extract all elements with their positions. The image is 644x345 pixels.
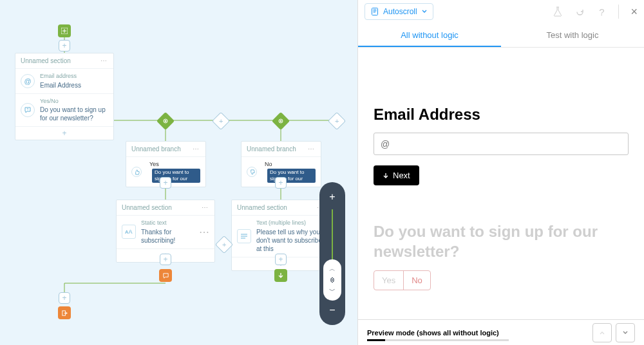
thumbs-down-icon xyxy=(247,167,257,177)
arrow-down-icon xyxy=(383,172,389,179)
preview-mode-label: Preview mode (shows all without logic) xyxy=(367,329,499,337)
add-connector[interactable]: + xyxy=(59,40,70,51)
submit-action[interactable] xyxy=(274,269,287,282)
at-icon: @ xyxy=(21,74,35,88)
add-branch-diamond-2[interactable]: + xyxy=(328,112,346,130)
zoom-handle[interactable]: ︿ ﹀ xyxy=(323,259,341,301)
add-connector[interactable]: + xyxy=(275,254,287,265)
chevron-down-icon: ﹀ xyxy=(329,286,336,295)
start-node[interactable] xyxy=(58,24,71,37)
chevron-up-icon: ︿ xyxy=(329,265,336,274)
add-question[interactable]: + xyxy=(15,126,113,140)
progress-bar xyxy=(367,339,509,341)
option-yes[interactable]: Yes xyxy=(374,271,403,290)
zoom-control[interactable]: + ︿ ﹀ − xyxy=(319,182,345,325)
more-icon[interactable]: ⋯ xyxy=(100,57,108,64)
svg-point-15 xyxy=(165,120,167,122)
branch-diamond-no[interactable] xyxy=(272,112,290,130)
fit-icon xyxy=(328,276,336,284)
preview-panel: Autoscroll ? × All without logic Test wi… xyxy=(357,0,644,345)
refresh-icon[interactable] xyxy=(574,6,585,17)
more-icon[interactable]: ⋯ xyxy=(202,204,209,211)
add-merge-diamond[interactable]: + xyxy=(215,236,233,254)
svg-text:?: ? xyxy=(27,107,29,111)
end-action-orange[interactable] xyxy=(159,269,172,282)
tab-all-without-logic[interactable]: All without logic xyxy=(358,23,501,47)
preview-content: Email Address Next Do you want to sign u… xyxy=(358,48,644,319)
add-connector[interactable]: + xyxy=(275,177,287,189)
question-2-title: Do you want to sign up for our newslette… xyxy=(374,221,629,261)
thumbs-up-icon xyxy=(131,167,142,177)
prev-button[interactable] xyxy=(592,323,612,342)
flask-icon[interactable] xyxy=(553,6,563,17)
help-icon[interactable]: ? xyxy=(596,6,607,17)
zoom-track[interactable]: ︿ ﹀ xyxy=(332,209,333,298)
close-icon[interactable]: × xyxy=(630,5,638,19)
next-nav-button[interactable] xyxy=(616,323,635,342)
paragraph-icon xyxy=(237,229,251,243)
branch-diamond-yes[interactable] xyxy=(156,112,175,130)
question-email[interactable]: @ Email address Email Address xyxy=(15,68,113,93)
autoscroll-dropdown[interactable]: Autoscroll xyxy=(365,3,433,20)
email-field[interactable] xyxy=(374,133,629,155)
yes-no-group: Yes No xyxy=(374,270,431,290)
svg-point-17 xyxy=(280,120,282,122)
zoom-out[interactable]: − xyxy=(329,304,335,316)
add-branch-diamond[interactable]: + xyxy=(212,112,230,130)
chevron-down-icon xyxy=(421,8,428,15)
question-yesno[interactable]: ? Yes/No Do you want to sign up for our … xyxy=(15,93,113,127)
next-button[interactable]: Next xyxy=(374,165,419,185)
more-icon[interactable]: ⋯ xyxy=(193,145,200,153)
flow-canvas[interactable]: + Unnamed section ⋯ @ Email address Emai… xyxy=(0,0,357,345)
option-no[interactable]: No xyxy=(403,271,430,290)
text-icon: ᴀA xyxy=(122,225,136,239)
end-exit[interactable] xyxy=(58,306,71,319)
more-icon[interactable]: ⋯ xyxy=(199,226,209,238)
svg-rect-22 xyxy=(372,8,378,15)
add-connector[interactable]: + xyxy=(59,292,70,304)
tab-test-with-logic[interactable]: Test with logic xyxy=(501,23,644,47)
zoom-in[interactable]: + xyxy=(329,191,335,203)
section-1[interactable]: Unnamed section ⋯ @ Email address Email … xyxy=(15,53,114,140)
section-title: Unnamed section xyxy=(21,57,71,64)
add-connector[interactable]: + xyxy=(160,254,171,265)
more-icon[interactable]: ⋯ xyxy=(308,145,316,153)
question-title: Email Address xyxy=(374,106,629,124)
chat-icon: ? xyxy=(21,103,35,117)
scroll-icon xyxy=(370,7,379,16)
add-connector[interactable]: + xyxy=(160,177,171,189)
